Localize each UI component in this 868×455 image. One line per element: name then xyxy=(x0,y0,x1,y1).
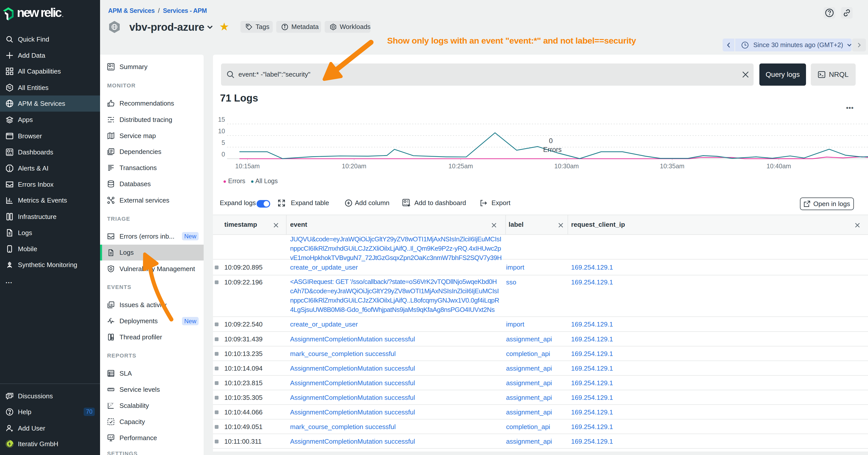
svg-text:5: 5 xyxy=(221,139,225,146)
svg-text:10:30am: 10:30am xyxy=(554,162,579,169)
svg-text:10:40am: 10:40am xyxy=(767,162,791,169)
svg-text:15: 15 xyxy=(218,116,225,123)
svg-text:0: 0 xyxy=(549,137,553,144)
svg-text:10:15am: 10:15am xyxy=(235,162,259,169)
svg-text:10:35am: 10:35am xyxy=(660,162,684,169)
svg-text:10:20am: 10:20am xyxy=(342,162,366,169)
svg-text:10: 10 xyxy=(218,128,225,134)
svg-text:10:25am: 10:25am xyxy=(448,162,473,169)
svg-text:0: 0 xyxy=(221,151,225,158)
svg-text:Errors: Errors xyxy=(543,146,562,154)
